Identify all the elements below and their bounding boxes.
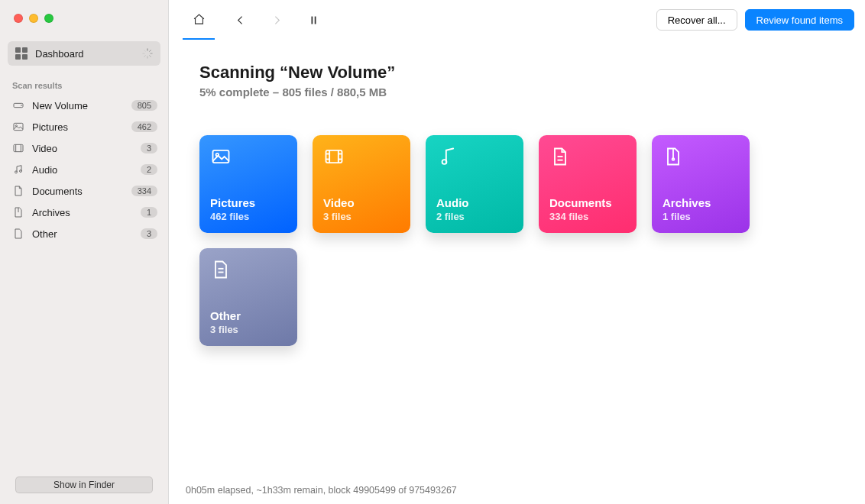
card-video[interactable]: Video 3 files <box>313 135 410 233</box>
svg-point-29 <box>442 160 447 164</box>
svg-line-1 <box>150 50 151 52</box>
card-count: 462 files <box>210 211 287 222</box>
count-badge: 3 <box>141 228 157 239</box>
close-icon[interactable] <box>14 14 23 23</box>
tab-home[interactable] <box>183 0 215 40</box>
maximize-icon[interactable] <box>44 14 53 23</box>
disk-icon <box>12 99 24 111</box>
svg-rect-20 <box>213 150 229 163</box>
archive-icon <box>663 146 684 167</box>
svg-rect-10 <box>14 123 23 130</box>
picture-icon <box>12 121 24 133</box>
page-subtitle: 5% complete – 805 files / 880,5 MB <box>199 86 834 99</box>
svg-point-15 <box>15 171 18 173</box>
sidebar-item-new-volume[interactable]: New Volume 805 <box>0 95 168 116</box>
picture-icon <box>210 146 232 167</box>
archive-icon <box>12 206 24 218</box>
dashboard-label: Dashboard <box>35 48 84 60</box>
card-count: 1 files <box>663 211 739 222</box>
recover-all-button[interactable]: Recover all... <box>656 9 737 31</box>
card-label: Documents <box>549 196 626 209</box>
svg-point-9 <box>21 105 22 106</box>
card-pictures[interactable]: Pictures 462 files <box>199 135 297 233</box>
sidebar-item-documents[interactable]: Documents 334 <box>0 180 168 202</box>
home-icon <box>193 13 206 26</box>
sidebar-item-dashboard[interactable]: Dashboard <box>8 41 160 66</box>
document-icon <box>549 146 571 167</box>
card-label: Audio <box>436 196 513 209</box>
other-icon <box>12 228 24 240</box>
sidebar-item-audio[interactable]: Audio 2 <box>0 159 168 180</box>
count-badge: 805 <box>131 100 157 111</box>
content-area: Scanning “New Volume” 5% complete – 805 … <box>169 40 865 477</box>
status-text: 0h05m elapsed, ~1h33m remain, block 4990… <box>186 485 457 496</box>
nav-forward-button <box>265 8 288 31</box>
video-icon <box>12 142 24 154</box>
sidebar-item-label: Other <box>32 228 57 240</box>
spinner-icon <box>142 48 153 59</box>
count-badge: 334 <box>131 186 157 196</box>
category-cards: Pictures 462 files Video 3 files Audio 2… <box>199 135 834 346</box>
nav-back-button[interactable] <box>228 8 251 31</box>
sidebar: Dashboard Scan results New Volume 805 Pi… <box>0 0 169 504</box>
card-count: 3 files <box>210 324 287 335</box>
card-count: 3 files <box>323 211 400 222</box>
sidebar-item-label: Documents <box>32 186 83 197</box>
svg-point-33 <box>672 158 675 160</box>
count-badge: 1 <box>141 207 157 218</box>
sidebar-item-label: Video <box>32 143 57 154</box>
status-bar: 0h05m elapsed, ~1h33m remain, block 4990… <box>169 477 865 504</box>
sidebar-item-label: New Volume <box>32 100 88 111</box>
card-documents[interactable]: Documents 334 files <box>539 135 637 233</box>
sidebar-item-archives[interactable]: Archives 1 <box>0 202 168 223</box>
count-badge: 2 <box>141 164 157 175</box>
card-label: Pictures <box>210 196 287 209</box>
card-audio[interactable]: Audio 2 files <box>426 135 523 233</box>
sidebar-section-title: Scan results <box>0 73 168 95</box>
review-found-items-button[interactable]: Review found items <box>745 9 854 31</box>
show-in-finder-button[interactable]: Show in Finder <box>15 477 153 493</box>
sidebar-item-label: Audio <box>32 164 57 176</box>
svg-line-7 <box>144 50 146 52</box>
card-count: 334 files <box>549 211 626 222</box>
pause-button[interactable] <box>302 8 325 31</box>
svg-rect-22 <box>326 150 342 163</box>
dashboard-icon <box>15 47 28 60</box>
svg-rect-12 <box>14 144 23 151</box>
sidebar-item-label: Archives <box>32 207 70 218</box>
sidebar-item-label: Pictures <box>32 121 68 133</box>
card-label: Archives <box>663 196 739 209</box>
document-icon <box>12 185 24 197</box>
page-title: Scanning “New Volume” <box>199 63 834 82</box>
minimize-icon[interactable] <box>29 14 38 23</box>
card-other[interactable]: Other 3 files <box>199 248 297 346</box>
video-icon <box>323 146 345 167</box>
sidebar-item-pictures[interactable]: Pictures 462 <box>0 116 168 137</box>
svg-point-16 <box>20 170 22 173</box>
other-icon <box>210 259 232 280</box>
svg-line-3 <box>150 56 151 57</box>
audio-icon <box>436 146 458 167</box>
card-archives[interactable]: Archives 1 files <box>652 135 750 233</box>
toolbar: Recover all... Review found items <box>169 0 865 40</box>
main-panel: Recover all... Review found items Scanni… <box>169 0 865 504</box>
count-badge: 462 <box>131 121 157 132</box>
count-badge: 3 <box>141 143 157 153</box>
sidebar-item-video[interactable]: Video 3 <box>0 137 168 159</box>
window-controls <box>0 0 168 37</box>
card-label: Other <box>210 309 287 322</box>
svg-line-5 <box>144 56 146 57</box>
card-label: Video <box>323 196 400 209</box>
audio-icon <box>12 163 24 176</box>
sidebar-item-other[interactable]: Other 3 <box>0 223 168 244</box>
card-count: 2 files <box>436 211 513 222</box>
